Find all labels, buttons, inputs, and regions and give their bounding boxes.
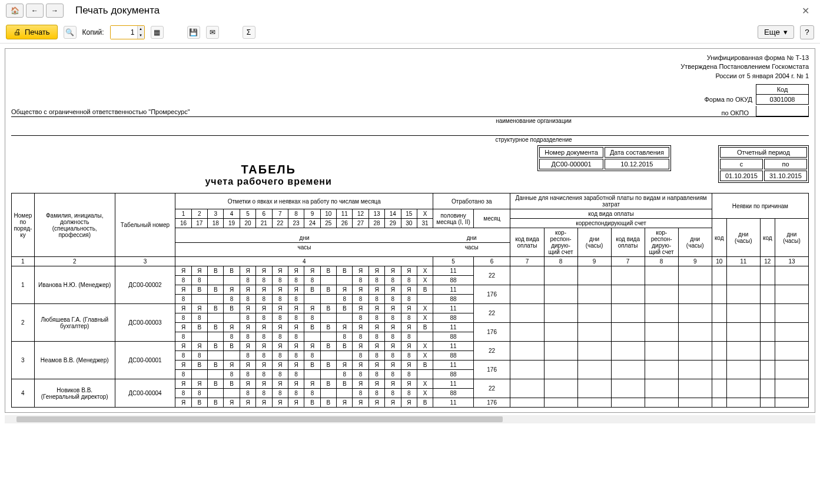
day-cell: 8 — [337, 332, 353, 342]
hdr-num: Номер по поряд-ку — [12, 193, 35, 257]
pay-cell — [577, 304, 611, 323]
emp-tab: ДС00-00004 — [115, 379, 175, 408]
pay-cell — [544, 361, 577, 379]
day-cell: Х — [417, 379, 433, 389]
hdr-day: 9 — [304, 209, 320, 219]
pay-cell — [510, 323, 544, 342]
day-cell — [417, 332, 433, 342]
day-cell: В — [224, 266, 240, 276]
emp-num: 4 — [12, 379, 35, 408]
day-cell: Я — [175, 323, 191, 332]
hdr-day: 7 — [272, 209, 288, 219]
hdr-day: 22 — [272, 219, 288, 228]
day-cell: 8 — [175, 332, 191, 342]
more-button[interactable]: Еще ▾ — [758, 25, 794, 39]
home-button[interactable]: 🏠 — [6, 4, 24, 18]
day-cell: 8 — [240, 389, 255, 398]
day-cell: 8 — [240, 295, 255, 304]
absent-cell — [712, 304, 726, 323]
day-cell — [304, 370, 320, 379]
day-cell: Я — [256, 398, 272, 408]
pay-cell — [544, 304, 577, 323]
day-cell — [208, 295, 224, 304]
horizontal-scrollbar[interactable] — [5, 415, 815, 423]
day-cell: Я — [240, 285, 255, 295]
sigma-icon: Σ — [247, 28, 251, 36]
copies-input[interactable] — [111, 26, 137, 39]
day-cell — [320, 370, 336, 379]
print-button[interactable]: 🖨 Печать — [6, 25, 58, 39]
day-cell: 8 — [401, 295, 417, 304]
copies-up[interactable]: ▲ — [137, 26, 144, 32]
day-cell: Я — [288, 398, 304, 408]
day-cell — [320, 295, 336, 304]
absent-cell — [760, 379, 775, 398]
save-button[interactable]: 💾 — [187, 26, 200, 39]
close-button[interactable]: ✕ — [797, 3, 814, 19]
day-cell: 8 — [175, 276, 191, 285]
hdr-pay-days: дни (часы) — [678, 228, 712, 257]
pay-cell — [645, 361, 678, 379]
pay-cell — [645, 398, 678, 408]
okud-value: 0301008 — [756, 94, 809, 105]
table-row: 1Иванова Н.Ю. (Менеджер)ДС00-00002ЯЯВВЯЯ… — [12, 266, 809, 276]
hdr-day: 10 — [320, 209, 336, 219]
day-cell: Я — [224, 323, 240, 332]
copies-stepper[interactable]: ▲ ▼ — [110, 25, 145, 39]
day-cell: В — [320, 266, 336, 276]
scrollbar-thumb[interactable] — [16, 416, 503, 422]
day-cell — [208, 276, 224, 285]
day-cell: В — [208, 361, 224, 370]
absent-cell — [775, 285, 808, 304]
copies-down[interactable]: ▼ — [137, 32, 144, 39]
day-cell: 8 — [337, 370, 353, 379]
day-cell: 8 — [288, 332, 304, 342]
day-cell: Я — [353, 285, 368, 295]
pay-cell — [577, 266, 611, 285]
day-cell: 8 — [304, 276, 320, 285]
pay-cell — [577, 361, 611, 379]
day-cell: Я — [256, 379, 272, 389]
day-cell: 8 — [401, 351, 417, 361]
pay-cell — [510, 304, 544, 323]
grid-button[interactable]: ▦ — [151, 26, 164, 39]
day-cell: Я — [240, 266, 255, 276]
day-cell: Я — [288, 285, 304, 295]
forward-button[interactable]: → — [46, 4, 64, 18]
pay-cell — [544, 323, 577, 342]
day-cell: 8 — [385, 313, 401, 323]
period-to-value: 31.10.2015 — [764, 171, 807, 181]
day-cell: 8 — [288, 370, 304, 379]
hdr-pay-corr: кор-респон-дирую-щий счет — [544, 228, 577, 257]
day-cell: Я — [175, 285, 191, 295]
preview-button[interactable]: 🔍 — [64, 26, 77, 39]
day-cell: Я — [288, 304, 304, 313]
day-cell: 8 — [240, 370, 255, 379]
day-cell: Я — [353, 342, 368, 351]
org-caption: наименование организации — [258, 118, 809, 124]
hdr-pay-days: дни (часы) — [577, 228, 611, 257]
docnum-num-value: ДС00-000001 — [539, 159, 603, 169]
day-cell: В — [224, 379, 240, 389]
day-cell: Я — [353, 266, 368, 276]
absent-cell — [775, 304, 808, 323]
day-cell: Я — [240, 379, 255, 389]
back-button[interactable]: ← — [26, 4, 44, 18]
day-cell: 8 — [256, 276, 272, 285]
table-row: 4Новиков В.В. (Генеральный директор)ДС00… — [12, 379, 809, 389]
emp-name: Новиков В.В. (Генеральный директор) — [34, 379, 115, 408]
grid-icon: ▦ — [154, 28, 160, 36]
half-value: 88 — [433, 332, 473, 342]
day-cell: Я — [385, 266, 401, 276]
day-cell: Я — [353, 398, 368, 408]
day-cell — [208, 389, 224, 398]
hdr-day: Х — [417, 209, 433, 219]
email-button[interactable]: ✉ — [206, 26, 219, 39]
help-button[interactable]: ? — [800, 25, 814, 39]
sum-button[interactable]: Σ — [243, 26, 255, 39]
half-value: 11 — [433, 342, 473, 351]
toolbar: 🖨 Печать 🔍 Копий: ▲ ▼ ▦ 💾 ✉ Σ Еще ▾ ? — [0, 21, 820, 44]
day-cell: В — [224, 342, 240, 351]
day-cell: 8 — [272, 332, 288, 342]
day-cell — [417, 370, 433, 379]
